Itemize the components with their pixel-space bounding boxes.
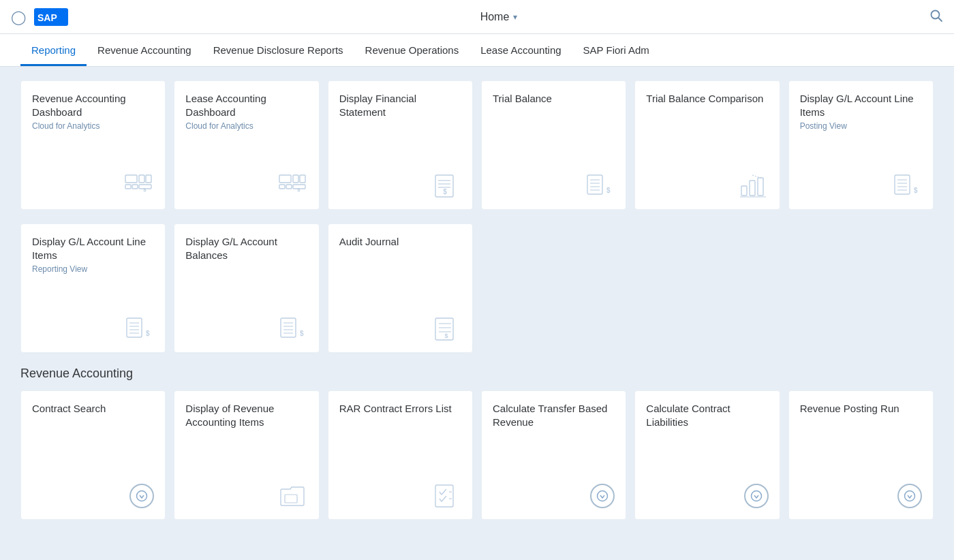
reporting-card-grid-row2: Display G/L Account Line Items Reporting… — [20, 223, 934, 353]
card-text-area: Calculate Contract Liabilities — [646, 402, 768, 429]
financial-statement-icon: $ — [431, 174, 461, 198]
card-display-gl-balances[interactable]: Display G/L Account Balances $ — [174, 223, 319, 353]
svg-rect-46 — [281, 318, 296, 337]
card-title: Trial Balance — [493, 92, 615, 106]
analytics-icon: $ — [124, 174, 154, 198]
revenue-accounting-section: Revenue Accounting Contract Search — [20, 367, 934, 520]
card-icon-area: $ — [185, 317, 307, 341]
svg-rect-31 — [758, 178, 763, 196]
card-icon-area: $ — [32, 174, 154, 198]
card-icon-area — [32, 484, 154, 508]
card-text-area: RAR Contract Errors List — [339, 402, 461, 416]
card-text-area: Audit Journal — [339, 235, 461, 249]
svg-point-57 — [137, 491, 147, 501]
card-audit-journal[interactable]: Audit Journal $ — [328, 223, 473, 353]
card-text-area: Calculate Transfer Based Revenue — [493, 402, 615, 429]
svg-text:$: $ — [914, 187, 918, 194]
card-title: Display Financial Statement — [339, 92, 461, 119]
sap-logo: SAP — [34, 8, 68, 26]
nav-item-revenue-accounting[interactable]: Revenue Accounting — [87, 35, 202, 66]
card-title: Display G/L Account Line Items — [32, 235, 154, 262]
card-title: Calculate Transfer Based Revenue — [493, 402, 615, 429]
header-left: ◯ SAP — [11, 8, 68, 26]
card-revenue-accounting-dashboard[interactable]: Revenue Accounting Dashboard Cloud for A… — [20, 80, 166, 210]
main-content: Revenue Accounting Dashboard Cloud for A… — [0, 67, 954, 547]
svg-rect-12 — [279, 185, 285, 189]
card-subtitle: Posting View — [800, 121, 922, 131]
nav-item-sap-fiori[interactable]: SAP Fiori Adm — [572, 35, 660, 66]
chevron-down-icon: ▾ — [513, 12, 517, 22]
svg-rect-23 — [587, 175, 602, 194]
card-title: Lease Accounting Dashboard — [185, 92, 307, 119]
card-icon-area: $ — [339, 317, 461, 341]
app-header: ◯ SAP Home ▾ — [0, 0, 954, 34]
card-icon-area — [646, 174, 768, 198]
card-subtitle: Cloud for Analytics — [185, 121, 307, 131]
card-icon-area — [800, 484, 922, 508]
svg-rect-4 — [125, 175, 137, 183]
card-display-gl-reporting-view[interactable]: Display G/L Account Line Items Reporting… — [20, 223, 166, 353]
nav-item-reporting[interactable]: Reporting — [20, 35, 87, 66]
svg-point-64 — [904, 491, 914, 501]
search-icon[interactable] — [929, 9, 943, 25]
section-label-revenue-accounting: Revenue Accounting — [20, 367, 934, 381]
card-display-gl-posting-view[interactable]: Display G/L Account Line Items Posting V… — [788, 80, 934, 210]
svg-text:$: $ — [443, 188, 447, 196]
card-text-area: Display Financial Statement — [339, 92, 461, 119]
card-trial-balance[interactable]: Trial Balance $ — [481, 80, 626, 210]
svg-line-33 — [752, 175, 765, 179]
checklist-icon — [431, 484, 461, 508]
revenue-accounting-card-grid: Contract Search Display of Revenue Accou… — [20, 390, 934, 520]
svg-text:$: $ — [143, 187, 147, 193]
svg-rect-6 — [132, 185, 138, 189]
card-icon-area: $ — [185, 174, 307, 198]
svg-rect-59 — [435, 485, 453, 507]
card-calculate-contract-liabilities[interactable]: Calculate Contract Liabilities — [634, 390, 780, 520]
home-nav[interactable]: Home ▾ — [480, 11, 518, 23]
gl-items-icon: $ — [892, 174, 922, 198]
reporting-card-grid-row1: Revenue Accounting Dashboard Cloud for A… — [20, 80, 934, 210]
card-lease-accounting-dashboard[interactable]: Lease Accounting Dashboard Cloud for Ana… — [174, 80, 319, 210]
svg-rect-8 — [146, 175, 151, 183]
svg-rect-5 — [125, 185, 131, 189]
nav-item-disclosure-reports[interactable]: Revenue Disclosure Reports — [202, 35, 354, 66]
card-revenue-posting-run[interactable]: Revenue Posting Run — [788, 390, 934, 520]
svg-rect-30 — [750, 181, 755, 196]
svg-rect-7 — [139, 175, 144, 183]
trial-balance-icon: $ — [585, 174, 615, 198]
card-icon-area: $ — [800, 174, 922, 198]
card-title: Trial Balance Comparison — [646, 92, 768, 106]
nav-item-revenue-operations[interactable]: Revenue Operations — [354, 35, 470, 66]
card-text-area: Display G/L Account Line Items Posting V… — [800, 92, 922, 131]
circle-down-icon — [590, 484, 615, 508]
card-contract-search[interactable]: Contract Search — [20, 390, 166, 520]
svg-text:$: $ — [444, 332, 448, 339]
analytics-icon: $ — [278, 174, 308, 198]
card-text-area: Revenue Accounting Dashboard Cloud for A… — [32, 92, 154, 131]
card-text-area: Display G/L Account Line Items Reporting… — [32, 235, 154, 274]
svg-point-62 — [598, 491, 608, 501]
card-icon-area — [646, 484, 768, 508]
card-icon-area: $ — [32, 317, 154, 341]
card-title: Display G/L Account Line Items — [800, 92, 922, 119]
circle-down-icon — [744, 484, 769, 508]
card-title: Display of Revenue Accounting Items — [185, 402, 307, 429]
card-title: Calculate Contract Liabilities — [646, 402, 768, 429]
card-calculate-transfer-based-revenue[interactable]: Calculate Transfer Based Revenue — [481, 390, 626, 520]
circle-down-icon — [129, 484, 154, 508]
home-label: Home — [480, 11, 510, 23]
card-text-area: Trial Balance Comparison — [646, 92, 768, 106]
circle-down-icon — [897, 484, 922, 508]
svg-text:$: $ — [606, 187, 611, 194]
card-trial-balance-comparison[interactable]: Trial Balance Comparison — [634, 80, 780, 210]
svg-rect-13 — [286, 185, 292, 189]
chart-icon — [739, 174, 769, 198]
nav-item-lease-accounting[interactable]: Lease Accounting — [470, 35, 572, 66]
card-rar-contract-errors-list[interactable]: RAR Contract Errors List — [328, 390, 473, 520]
main-nav: Reporting Revenue Accounting Revenue Dis… — [0, 34, 954, 67]
card-subtitle: Reporting View — [32, 264, 154, 274]
card-display-revenue-accounting-items[interactable]: Display of Revenue Accounting Items — [174, 390, 319, 520]
user-icon[interactable]: ◯ — [11, 9, 26, 25]
card-display-financial-statement[interactable]: Display Financial Statement $ — [328, 80, 473, 210]
svg-line-3 — [938, 18, 942, 21]
